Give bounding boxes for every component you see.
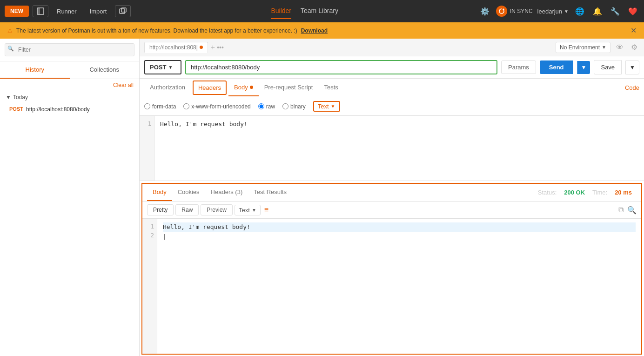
url-input[interactable]	[185, 60, 497, 74]
urlencoded-radio-input[interactable]	[183, 103, 189, 109]
copy-icon-button[interactable]: ⧉	[618, 206, 624, 215]
runner-button[interactable]: Runner	[52, 6, 81, 17]
new-window-icon	[119, 7, 127, 15]
binary-radio-input[interactable]	[282, 103, 288, 109]
download-link[interactable]: Download	[301, 27, 328, 34]
response-body-cursor: |	[163, 233, 167, 240]
gear-icon-button[interactable]: ⚙	[629, 41, 639, 54]
history-item[interactable]: POST http://localhost:8080/body	[0, 103, 139, 115]
today-chevron-icon: ▼	[6, 94, 11, 101]
response-panel: Body Cookies Headers (3) Test Results St…	[141, 183, 642, 355]
response-code-area: 1 2 Hello, I'm request body! |	[142, 219, 641, 354]
method-select[interactable]: POST ▼	[144, 60, 181, 74]
heart-icon-button[interactable]: ❤️	[626, 5, 639, 18]
request-body-editor[interactable]: 1 Hello, I'm request body!	[140, 116, 644, 181]
environment-select[interactable]: No Environment ▼	[556, 42, 610, 53]
status-label: Status:	[538, 189, 557, 196]
eye-icon-button[interactable]: 👁	[614, 41, 625, 54]
new-window-button[interactable]	[115, 5, 131, 17]
request-sub-tabs: Authorization Headers Body Pre-request S…	[140, 79, 644, 97]
response-status-area: Status: 200 OK Time: 20 ms	[533, 189, 637, 196]
url-bar: POST ▼ Params Send ▼ Save ▼	[140, 56, 644, 79]
text-type-select[interactable]: Text ▼	[313, 101, 340, 112]
sync-circle	[496, 6, 507, 17]
sync-icon	[498, 8, 505, 14]
form-data-radio[interactable]: form-data	[144, 103, 176, 110]
code-link[interactable]: Code	[625, 84, 639, 91]
tests-tab[interactable]: Tests	[318, 79, 343, 96]
text-type-label: Text	[318, 103, 329, 110]
svg-rect-1	[37, 8, 40, 14]
main-layout: History Collections Clear all ▼ Today PO…	[0, 39, 644, 356]
send-dropdown-button[interactable]: ▼	[577, 61, 590, 74]
team-library-nav-item[interactable]: Team Library	[301, 3, 338, 19]
auth-tab[interactable]: Authorization	[144, 79, 191, 96]
more-tabs-button[interactable]: •••	[217, 44, 224, 51]
clear-all-button[interactable]: Clear all	[0, 79, 139, 91]
warning-icon: ⚠	[7, 27, 13, 34]
history-tab[interactable]: History	[0, 61, 70, 79]
search-response-icon-button[interactable]: 🔍	[627, 206, 637, 215]
binary-radio[interactable]: binary	[282, 103, 306, 110]
response-tabs-bar: Body Cookies Headers (3) Test Results St…	[142, 184, 641, 202]
wrap-lines-icon[interactable]: ≡	[264, 206, 268, 214]
filter-input[interactable]	[5, 43, 134, 56]
svg-rect-2	[120, 9, 125, 13]
user-badge[interactable]: leedarjun ▼	[537, 8, 569, 15]
layout-icon	[37, 7, 44, 15]
body-tab[interactable]: Body	[228, 79, 259, 96]
response-format-bar: Pretty Raw Preview Text ▼ ≡ ⧉ 🔍	[142, 202, 641, 219]
resp-line-num-2: 2	[145, 231, 154, 240]
request-body-content[interactable]: Hello, I'm request body!	[154, 116, 644, 181]
raw-button[interactable]: Raw	[175, 204, 199, 215]
update-banner: ⚠ The latest version of Postman is out w…	[0, 22, 644, 39]
layout-icon-button[interactable]	[33, 5, 48, 17]
response-cookies-tab[interactable]: Cookies	[172, 184, 205, 201]
nav-right: ⚙️ IN SYNC leedarjun ▼ 🌐 🔔 🔧 ❤️	[478, 5, 639, 18]
prerequest-tab[interactable]: Pre-request Script	[259, 79, 319, 96]
raw-label: raw	[266, 103, 275, 110]
nav-center: Builder Team Library	[134, 3, 474, 19]
settings-icon-button[interactable]: ⚙️	[478, 5, 491, 18]
new-button[interactable]: NEW	[5, 6, 29, 17]
response-text-select[interactable]: Text ▼	[235, 205, 261, 215]
notification-icon-button[interactable]: 🔔	[591, 5, 604, 18]
user-chevron-icon: ▼	[564, 9, 569, 14]
response-body-tab[interactable]: Body	[147, 184, 172, 201]
globe-icon-button[interactable]: 🌐	[573, 5, 586, 18]
save-button[interactable]: Save	[594, 60, 622, 74]
params-button[interactable]: Params	[501, 60, 536, 74]
request-tab-item[interactable]: http://localhost:808|	[144, 42, 208, 53]
response-headers-tab[interactable]: Headers (3)	[205, 184, 248, 201]
response-test-results-tab[interactable]: Test Results	[248, 184, 292, 201]
binary-label: binary	[290, 103, 306, 110]
line-num-1: 1	[142, 120, 151, 128]
collections-tab[interactable]: Collections	[70, 61, 140, 79]
raw-radio[interactable]: raw	[258, 103, 275, 110]
headers-tab[interactable]: Headers	[193, 81, 227, 95]
import-button[interactable]: Import	[85, 6, 112, 17]
builder-nav-item[interactable]: Builder	[271, 3, 291, 19]
response-text-chevron-icon: ▼	[252, 208, 256, 213]
pretty-button[interactable]: Pretty	[147, 204, 174, 215]
raw-radio-input[interactable]	[258, 103, 264, 109]
tab-url-text: http://localhost:808|	[149, 44, 198, 51]
today-section: ▼ Today	[0, 91, 139, 103]
form-data-radio-input[interactable]	[144, 103, 150, 109]
sidebar-tabs: History Collections	[0, 61, 139, 79]
request-line-numbers: 1	[140, 116, 154, 181]
urlencoded-radio[interactable]: x-www-form-urlencoded	[183, 103, 250, 110]
send-button[interactable]: Send	[540, 60, 573, 74]
banner-close-button[interactable]: ✕	[631, 26, 637, 35]
method-chevron-icon: ▼	[168, 65, 173, 70]
preview-button[interactable]: Preview	[201, 204, 233, 215]
body-modified-dot	[250, 86, 253, 89]
request-panel: http://localhost:808| + ••• No Environme…	[140, 39, 644, 356]
wrench-icon-button[interactable]: 🔧	[609, 5, 622, 18]
tab-modified-dot	[200, 46, 203, 49]
resp-line-num-1: 1	[145, 222, 154, 231]
response-action-icons: ⧉ 🔍	[618, 206, 637, 215]
save-dropdown-button[interactable]: ▼	[625, 60, 639, 74]
new-tab-button[interactable]: +	[211, 43, 215, 52]
top-navigation: NEW Runner Import Builder Team Library ⚙…	[0, 0, 644, 22]
